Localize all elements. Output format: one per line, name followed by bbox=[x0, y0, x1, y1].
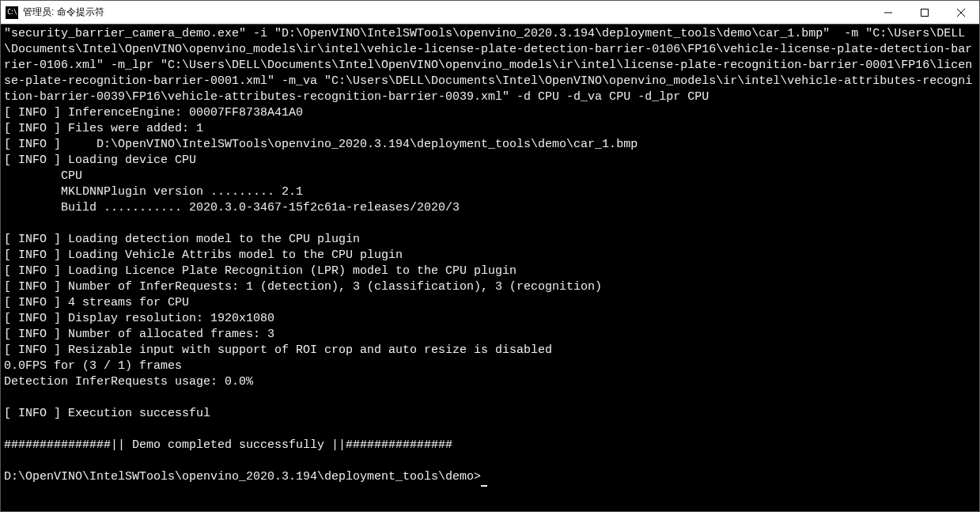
terminal-output[interactable]: "security_barrier_camera_demo.exe" -i "D… bbox=[1, 25, 979, 511]
cmd-window: C:\ 管理员: 命令提示符 "security_barrier_camera_… bbox=[0, 0, 980, 512]
titlebar[interactable]: C:\ 管理员: 命令提示符 bbox=[1, 1, 979, 25]
close-icon bbox=[957, 9, 965, 17]
maximize-icon bbox=[921, 9, 929, 17]
window-title: 管理员: 命令提示符 bbox=[23, 6, 104, 19]
app-icon: C:\ bbox=[6, 6, 18, 19]
minimize-button[interactable] bbox=[870, 1, 906, 25]
prompt: D:\OpenVINO\IntelSWTools\openvino_2020.3… bbox=[4, 470, 481, 484]
close-button[interactable] bbox=[943, 1, 979, 25]
cursor bbox=[481, 469, 487, 487]
maximize-button[interactable] bbox=[906, 1, 943, 25]
svg-rect-1 bbox=[921, 9, 929, 16]
minimize-icon bbox=[884, 9, 892, 17]
